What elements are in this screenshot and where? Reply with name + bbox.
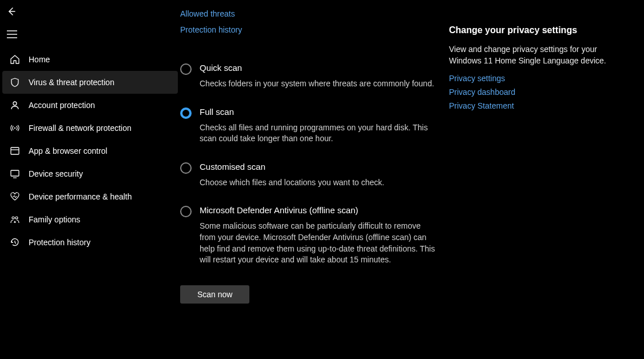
sidebar-item-firewall-network-protection[interactable]: Firewall & network protection xyxy=(2,117,178,139)
radio-full-scan[interactable] xyxy=(180,107,192,119)
sidebar-item-label: Device security xyxy=(29,169,83,178)
radio-offline-scan[interactable] xyxy=(180,206,192,217)
svg-point-10 xyxy=(12,217,14,219)
privacy-settings-link[interactable]: Privacy settings xyxy=(449,74,609,83)
privacy-statement-link[interactable]: Privacy Statement xyxy=(449,101,609,110)
history-icon xyxy=(9,237,21,248)
option-title: Customised scan xyxy=(200,162,384,171)
svg-point-4 xyxy=(13,102,17,105)
option-text: Full scan Checks all files and running p… xyxy=(200,107,438,145)
option-text: Microsoft Defender Antivirus (offline sc… xyxy=(200,205,438,265)
radio-customised-scan[interactable] xyxy=(180,162,192,174)
scan-options: Quick scan Checks folders in your system… xyxy=(180,63,438,266)
svg-point-11 xyxy=(15,217,18,219)
sidebar-item-label: Account protection xyxy=(29,101,95,110)
option-quick-scan: Quick scan Checks folders in your system… xyxy=(180,63,438,90)
option-text: Quick scan Checks folders in your system… xyxy=(200,63,434,90)
protection-history-link[interactable]: Protection history xyxy=(180,25,438,34)
sidebar-item-app-browser-control[interactable]: App & browser control xyxy=(2,139,178,162)
main-content: Allowed threats Protection history Quick… xyxy=(180,0,449,359)
option-desc: Some malicious software can be particula… xyxy=(200,221,438,265)
home-icon xyxy=(9,54,21,65)
scan-now-button[interactable]: Scan now xyxy=(180,285,249,304)
option-desc: Checks folders in your system where thre… xyxy=(200,78,434,90)
option-text: Customised scan Choose which files and l… xyxy=(200,162,384,189)
sidebar-item-label: Protection history xyxy=(29,238,90,247)
back-arrow-icon xyxy=(7,7,16,16)
option-full-scan: Full scan Checks all files and running p… xyxy=(180,107,438,145)
sidebar-item-label: Home xyxy=(29,55,50,64)
sidebar-item-label: Virus & threat protection xyxy=(29,78,114,87)
option-offline-scan: Microsoft Defender Antivirus (offline sc… xyxy=(180,205,438,265)
privacy-title: Change your privacy settings xyxy=(449,25,609,35)
menu-button[interactable] xyxy=(0,23,180,46)
person-icon xyxy=(9,99,21,111)
monitor-icon xyxy=(9,168,21,180)
svg-rect-8 xyxy=(11,170,19,176)
privacy-panel: Change your privacy settings View and ch… xyxy=(449,0,621,359)
topbar xyxy=(0,0,180,23)
sidebar-item-family-options[interactable]: Family options xyxy=(2,208,178,231)
privacy-desc: View and change privacy settings for you… xyxy=(449,43,609,67)
shield-icon xyxy=(9,77,21,88)
svg-point-5 xyxy=(14,127,15,129)
sidebar-item-label: Firewall & network protection xyxy=(29,123,132,133)
privacy-dashboard-link[interactable]: Privacy dashboard xyxy=(449,87,609,97)
sidebar-item-label: Device performance & health xyxy=(29,192,132,201)
nav: Home Virus & threat protection Account p… xyxy=(0,48,180,254)
sidebar-item-label: Family options xyxy=(29,215,80,224)
option-title: Full scan xyxy=(200,107,438,117)
radio-quick-scan[interactable] xyxy=(180,63,192,75)
option-desc: Choose which files and locations you wan… xyxy=(200,177,384,189)
hamburger-icon xyxy=(7,30,17,38)
svg-rect-6 xyxy=(11,147,19,154)
sidebar-item-label: App & browser control xyxy=(29,146,108,155)
option-customised-scan: Customised scan Choose which files and l… xyxy=(180,162,438,189)
family-icon xyxy=(9,214,21,225)
heart-pulse-icon xyxy=(9,191,21,202)
option-title: Quick scan xyxy=(200,63,434,73)
sidebar-item-virus-threat-protection[interactable]: Virus & threat protection xyxy=(2,71,178,94)
sidebar-item-protection-history[interactable]: Protection history xyxy=(2,231,178,254)
sidebar-item-device-security[interactable]: Device security xyxy=(2,162,178,185)
sidebar-item-home[interactable]: Home xyxy=(2,48,178,71)
antenna-icon xyxy=(9,122,21,134)
privacy-links: Privacy settings Privacy dashboard Priva… xyxy=(449,74,609,110)
sidebar: Home Virus & threat protection Account p… xyxy=(0,0,180,359)
back-button[interactable] xyxy=(0,0,23,23)
top-links: Allowed threats Protection history xyxy=(180,9,438,34)
sidebar-item-device-performance-health[interactable]: Device performance & health xyxy=(2,185,178,208)
option-title: Microsoft Defender Antivirus (offline sc… xyxy=(200,205,438,215)
sidebar-item-account-protection[interactable]: Account protection xyxy=(2,94,178,117)
allowed-threats-link[interactable]: Allowed threats xyxy=(180,9,438,18)
app-window-icon xyxy=(9,145,21,157)
option-desc: Checks all files and running programmes … xyxy=(200,122,438,145)
